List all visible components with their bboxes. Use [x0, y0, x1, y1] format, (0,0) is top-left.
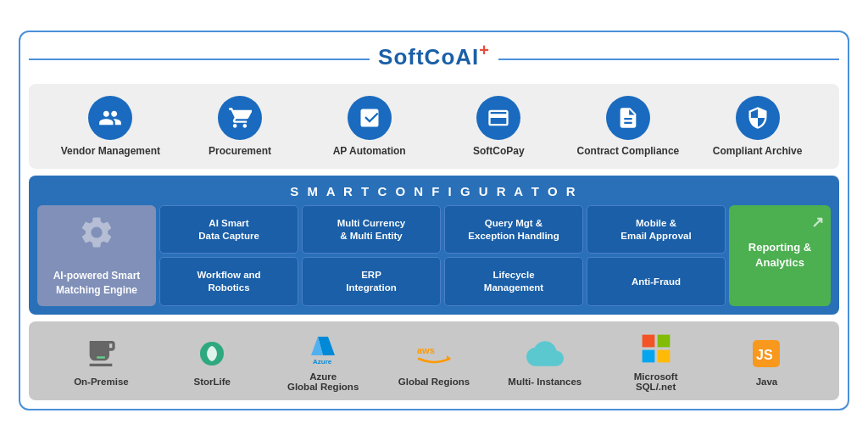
- multi-instances-label: Multi- Instances: [508, 377, 581, 387]
- svg-rect-10: [657, 349, 670, 362]
- module-contract-compliance: Contract Compliance: [573, 96, 683, 157]
- ai-engine-cell: AI-powered Smart Matching Engine: [37, 205, 156, 306]
- reporting-arrow-icon: ↗: [811, 212, 824, 233]
- smart-configurator-title: S M A R T C O N F I G U R A T O R: [37, 184, 831, 198]
- on-premise-label: On-Premise: [74, 377, 129, 387]
- module-softcopay: SoftCoPay: [443, 96, 554, 157]
- platform-multi-instances: Multi- Instances: [503, 335, 587, 387]
- title-line: SoftCoAI+: [29, 41, 839, 77]
- bottom-platforms-section: On-Premise StorLife Azure AzureGlobal: [29, 321, 839, 400]
- vendor-management-icon: [88, 96, 132, 140]
- grid-query-mgt: Query Mgt &Exception Handling: [444, 205, 583, 254]
- title-text: SoftCoAI: [378, 44, 479, 70]
- grid-mobile-email: Mobile &Email Approval: [587, 205, 726, 254]
- title-plus: +: [479, 41, 490, 59]
- svg-text:JS: JS: [756, 348, 773, 362]
- java-icon: JS: [748, 335, 785, 372]
- platform-azure: Azure AzureGlobal Regions: [281, 330, 365, 392]
- aws-label: Global Regions: [398, 377, 470, 387]
- grid-lifecycle: LifecycleManagement: [444, 257, 583, 306]
- platform-aws: aws Global Regions: [392, 335, 476, 387]
- grid-erp-integration: ERPIntegration: [302, 257, 441, 306]
- reporting-analytics-cell: ↗ Reporting & Analytics: [729, 205, 831, 306]
- contract-compliance-icon: [606, 96, 650, 140]
- main-container: SoftCoAI+ Vendor Management Procurement: [19, 31, 849, 410]
- svg-text:Azure: Azure: [313, 358, 332, 366]
- cloud-icon: [526, 335, 564, 372]
- smart-configurator-section: S M A R T C O N F I G U R A T O R AI-pow…: [29, 176, 839, 315]
- azure-label: AzureGlobal Regions: [287, 371, 359, 392]
- configurator-middle-grid: AI SmartData Capture Multi Currency& Mul…: [159, 205, 726, 306]
- platform-java: JS Java: [724, 335, 809, 387]
- reporting-analytics-label: Reporting & Analytics: [737, 240, 822, 271]
- platform-storlife: StorLife: [170, 335, 254, 387]
- ap-automation-label: AP Automation: [333, 145, 406, 157]
- grid-workflow-robotics: Workflow andRobotics: [159, 257, 298, 306]
- configurator-grid: AI-powered Smart Matching Engine AI Smar…: [37, 205, 831, 306]
- java-label: Java: [756, 377, 778, 387]
- top-modules-section: Vendor Management Procurement AP Automat…: [29, 84, 839, 169]
- module-procurement: Procurement: [185, 96, 295, 157]
- compliant-archive-icon: [736, 96, 780, 140]
- svg-rect-9: [642, 349, 654, 362]
- on-premise-icon: [82, 335, 120, 372]
- svg-rect-0: [97, 356, 105, 359]
- ai-engine-label: AI-powered Smart Matching Engine: [46, 269, 147, 298]
- grid-ai-smart-data-capture: AI SmartData Capture: [159, 205, 298, 254]
- vendor-management-label: Vendor Management: [61, 145, 160, 157]
- module-ap-automation: AP Automation: [314, 96, 425, 157]
- module-vendor-management: Vendor Management: [55, 96, 165, 157]
- storlife-label: StorLife: [194, 377, 231, 387]
- ap-automation-icon: [348, 96, 392, 140]
- azure-icon: Azure: [304, 330, 342, 367]
- aws-icon: aws: [415, 335, 453, 372]
- microsoft-icon: [637, 330, 675, 367]
- platform-on-premise: On-Premise: [58, 335, 143, 387]
- softcopay-label: SoftCoPay: [473, 145, 525, 157]
- softcopay-icon: [476, 96, 520, 140]
- procurement-icon: [218, 96, 262, 140]
- grid-multi-currency: Multi Currency& Multi Entity: [302, 205, 441, 254]
- svg-rect-8: [657, 334, 670, 347]
- app-title: SoftCoAI+: [378, 41, 490, 70]
- svg-rect-7: [642, 334, 654, 347]
- grid-anti-fraud: Anti-Fraud: [587, 257, 726, 306]
- platform-microsoft: MicrosoftSQL/.net: [614, 330, 698, 392]
- contract-compliance-label: Contract Compliance: [577, 145, 680, 157]
- svg-text:aws: aws: [417, 345, 435, 355]
- procurement-label: Procurement: [209, 145, 271, 157]
- storlife-icon: [193, 335, 231, 372]
- compliant-archive-label: Compliant Archive: [713, 145, 803, 157]
- microsoft-label: MicrosoftSQL/.net: [634, 371, 678, 392]
- module-compliant-archive: Compliant Archive: [703, 96, 813, 157]
